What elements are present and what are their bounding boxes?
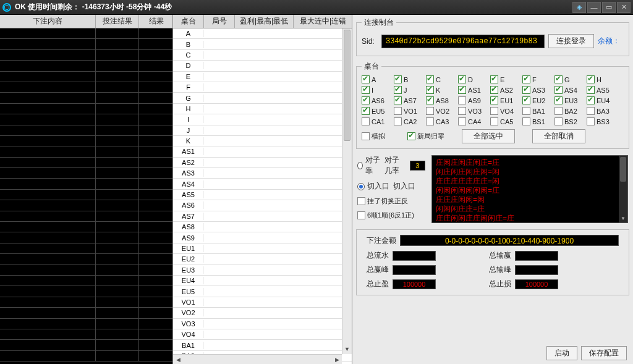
close-button[interactable]: ✕ (617, 2, 631, 13)
connect-login-button[interactable]: 连接登录 (548, 34, 594, 48)
table-row[interactable]: AS6 (173, 200, 352, 211)
save-config-button[interactable]: 保存配置 (581, 346, 627, 360)
table-checkbox-as4[interactable]: AS4 (554, 86, 583, 94)
rules-scroll-down-icon[interactable]: ▼ (619, 214, 627, 222)
bet-history-row[interactable] (0, 104, 172, 114)
bet-history-row[interactable] (0, 232, 172, 243)
six-checkbox[interactable]: 6顺1顺(6反1正) (357, 211, 425, 220)
bet-history-row[interactable] (0, 308, 172, 318)
bet-history-row[interactable] (0, 72, 172, 82)
table-checkbox-b[interactable]: B (394, 75, 422, 83)
table-checkbox-ba3[interactable]: BA3 (587, 107, 615, 115)
bet-history-row[interactable] (0, 114, 172, 125)
bet-history-row[interactable] (0, 82, 172, 93)
table-checkbox-ba2[interactable]: BA2 (554, 107, 583, 115)
table-row[interactable]: AS1 (173, 146, 352, 157)
bet-history-row[interactable] (0, 276, 172, 286)
table-row[interactable]: AS7 (173, 211, 352, 222)
table-checkbox-eu3[interactable]: EU3 (554, 96, 583, 104)
table-checkbox-e[interactable]: E (490, 75, 519, 83)
pair-rate-input[interactable]: 3 (410, 161, 425, 171)
table-checkbox-vo4[interactable]: VO4 (490, 107, 519, 115)
table-row[interactable]: AS3 (173, 168, 352, 179)
table-row[interactable]: E (173, 72, 352, 82)
bet-amount-input[interactable]: 0-0-0-0-0-0-0-0-100-210-440-900-1900 (400, 235, 619, 246)
table-checkbox-bs2[interactable]: BS2 (554, 117, 583, 125)
bet-history-row[interactable] (0, 136, 172, 146)
table-row[interactable]: J (173, 125, 352, 136)
bet-history-row[interactable] (0, 243, 172, 254)
table-checkbox-bs3[interactable]: BS3 (587, 117, 615, 125)
table-checkbox-vo2[interactable]: VO2 (426, 107, 454, 115)
table-checkbox-bs1[interactable]: BS1 (522, 117, 551, 125)
table-row[interactable]: AS9 (173, 232, 352, 243)
bet-history-row[interactable] (0, 50, 172, 61)
table-row[interactable]: EU2 (173, 254, 352, 265)
table-row[interactable]: G (173, 93, 352, 103)
rules-textbox[interactable]: 庄闲庄闲庄闲庄=庄闲庄闲庄闲庄闲=闲庄庄庄庄庄庄庄=闲闲闲闲闲闲闲闲=庄庄庄庄闲… (431, 155, 628, 223)
select-all-button[interactable]: 全部选中 (462, 129, 515, 143)
bet-history-row[interactable] (0, 125, 172, 136)
rules-scroll-thumb[interactable] (620, 157, 626, 182)
table-row[interactable]: F (173, 82, 352, 93)
maximize-button[interactable]: ▭ (602, 2, 616, 13)
table-checkbox-h[interactable]: H (587, 75, 615, 83)
bet-history-row[interactable] (0, 286, 172, 297)
table-checkbox-as8[interactable]: AS8 (426, 96, 454, 104)
bet-history-row[interactable] (0, 254, 172, 265)
table-row[interactable]: BA1 (173, 340, 352, 350)
bet-history-row[interactable] (0, 28, 172, 39)
table-checkbox-ca5[interactable]: CA5 (490, 117, 519, 125)
bet-history-row[interactable] (0, 351, 172, 362)
table-row[interactable]: B (173, 39, 352, 49)
help-icon[interactable]: ◈ (572, 2, 586, 13)
rules-scrollbar[interactable]: ▲ ▼ (619, 156, 627, 222)
table-row[interactable]: EU1 (173, 243, 352, 254)
scroll-down-icon[interactable]: ▼ (342, 344, 352, 354)
bet-history-row[interactable] (0, 329, 172, 340)
pair-radio[interactable]: 对子靠 (357, 155, 381, 176)
table-checkbox-as1[interactable]: AS1 (458, 86, 486, 94)
table-checkbox-f[interactable]: F (522, 75, 551, 83)
minimize-button[interactable]: — (587, 2, 601, 13)
table-row[interactable]: AS5 (173, 190, 352, 200)
table-row[interactable]: AS8 (173, 222, 352, 232)
mid-scrollbar-horizontal[interactable]: ◀ ▶ (173, 354, 342, 364)
table-row[interactable]: VO2 (173, 308, 352, 318)
bet-history-row[interactable] (0, 39, 172, 49)
table-row[interactable]: VO4 (173, 329, 352, 340)
table-row[interactable]: D (173, 61, 352, 71)
bet-history-row[interactable] (0, 222, 172, 232)
start-button[interactable]: 启动 (546, 346, 577, 360)
new-round-checkbox[interactable]: 新局归零 (407, 132, 444, 141)
table-checkbox-ca2[interactable]: CA2 (394, 117, 422, 125)
table-checkbox-eu4[interactable]: EU4 (587, 96, 615, 104)
table-checkbox-as2[interactable]: AS2 (490, 86, 519, 94)
table-checkbox-g[interactable]: G (554, 75, 583, 83)
table-row[interactable]: I (173, 114, 352, 125)
stop-win-input[interactable]: 100000 (393, 279, 436, 289)
table-row[interactable]: C (173, 50, 352, 61)
table-checkbox-k[interactable]: K (426, 86, 454, 94)
scroll-right-icon[interactable]: ▶ (332, 355, 342, 364)
table-row[interactable]: EU3 (173, 265, 352, 276)
stop-loss-input[interactable]: 100000 (515, 279, 558, 289)
table-checkbox-as9[interactable]: AS9 (458, 96, 486, 104)
table-row[interactable]: A (173, 28, 352, 39)
table-row[interactable]: AS2 (173, 158, 352, 168)
scroll-thumb-vertical[interactable] (344, 30, 350, 141)
bet-history-row[interactable] (0, 179, 172, 189)
table-checkbox-as6[interactable]: AS6 (362, 96, 390, 104)
mid-scrollbar-vertical[interactable]: ▲ ▼ (342, 28, 352, 354)
table-row[interactable]: K (173, 136, 352, 146)
table-checkbox-j[interactable]: J (394, 86, 422, 94)
bet-history-row[interactable] (0, 146, 172, 157)
table-checkbox-d[interactable]: D (458, 75, 486, 83)
bet-history-row[interactable] (0, 297, 172, 308)
bet-history-row[interactable] (0, 340, 172, 350)
table-checkbox-ca4[interactable]: CA4 (458, 117, 486, 125)
table-checkbox-i[interactable]: I (362, 86, 390, 94)
bet-history-row[interactable] (0, 265, 172, 276)
table-row[interactable]: EU5 (173, 286, 352, 297)
table-row[interactable]: VO1 (173, 297, 352, 308)
